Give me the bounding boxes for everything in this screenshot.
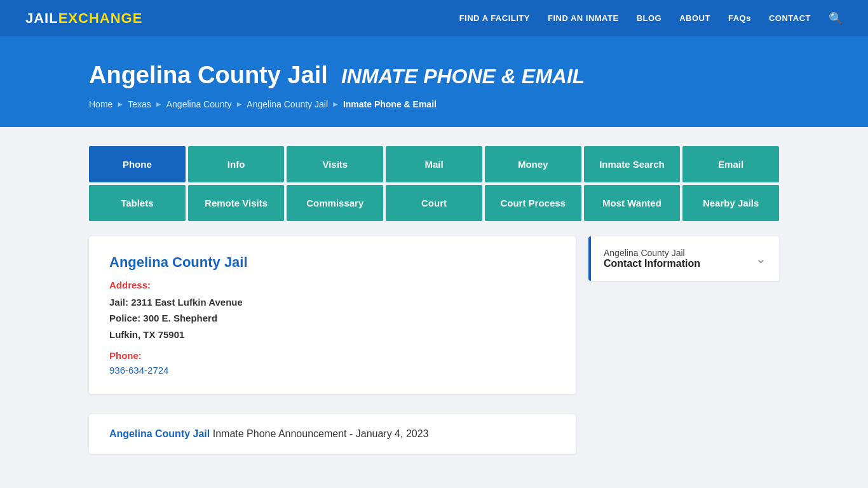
phone-number[interactable]: 936-634-2724 bbox=[109, 365, 168, 376]
sidebar-title-block: Angelina County Jail Contact Information bbox=[604, 248, 700, 269]
tabs-row1: Phone Info Visits Mail Money Inmate Sear… bbox=[89, 146, 779, 182]
breadcrumb-angelina-county[interactable]: Angelina County bbox=[166, 99, 232, 109]
announcement-text: Angelina County Jail Inmate Phone Announ… bbox=[109, 428, 555, 440]
announcement-card: Angelina County Jail Inmate Phone Announ… bbox=[89, 414, 576, 454]
content-area: Angelina County Jail Address: Jail: 2311… bbox=[89, 236, 779, 454]
logo-exchange: EXCHANGE bbox=[58, 10, 143, 26]
search-icon[interactable]: 🔍 bbox=[829, 11, 843, 25]
breadcrumb-texas[interactable]: Texas bbox=[128, 99, 151, 109]
sidebar-section-title: Contact Information bbox=[604, 258, 700, 269]
tab-court-process[interactable]: Court Process bbox=[485, 185, 581, 221]
address-lines: Jail: 2311 East Lufkin Avenue Police: 30… bbox=[109, 294, 555, 343]
tab-inmate-search[interactable]: Inmate Search bbox=[584, 146, 681, 182]
breadcrumb-sep-1: ► bbox=[116, 100, 124, 109]
title-main: Angelina County Jail bbox=[89, 62, 328, 88]
sidebar-header: Angelina County Jail Contact Information… bbox=[588, 236, 779, 281]
breadcrumb: Home ► Texas ► Angelina County ► Angelin… bbox=[89, 99, 779, 109]
nav-find-inmate[interactable]: FIND AN INMATE bbox=[548, 13, 619, 23]
tab-visits[interactable]: Visits bbox=[287, 146, 383, 182]
tab-remote-visits[interactable]: Remote Visits bbox=[188, 185, 285, 221]
main-content: Phone Info Visits Mail Money Inmate Sear… bbox=[0, 127, 868, 473]
nav-faqs[interactable]: FAQs bbox=[728, 13, 751, 23]
address-line-1: Jail: 2311 East Lufkin Avenue bbox=[109, 297, 243, 308]
sidebar-facility-name: Angelina County Jail bbox=[604, 248, 700, 258]
nav-blog[interactable]: BLOG bbox=[637, 13, 662, 23]
main-nav: FIND A FACILITY FIND AN INMATE BLOG ABOU… bbox=[459, 11, 843, 25]
announcement-jail-name: Angelina County Jail bbox=[109, 428, 210, 439]
breadcrumb-sep-4: ► bbox=[332, 100, 339, 109]
breadcrumb-sep-2: ► bbox=[155, 100, 163, 109]
address-label: Address: bbox=[109, 280, 555, 290]
page-title: Angelina County Jail INMATE PHONE & EMAI… bbox=[89, 61, 779, 90]
info-card: Angelina County Jail Address: Jail: 2311… bbox=[89, 236, 576, 395]
site-header: JAILEXCHANGE FIND A FACILITY FIND AN INM… bbox=[0, 0, 868, 38]
tab-court[interactable]: Court bbox=[386, 185, 482, 221]
address-line-3: Lufkin, TX 75901 bbox=[109, 329, 184, 340]
logo[interactable]: JAILEXCHANGE bbox=[25, 10, 142, 27]
nav-contact[interactable]: CONTACT bbox=[769, 13, 811, 23]
title-italic: INMATE PHONE & EMAIL bbox=[341, 65, 585, 88]
tab-nearby-jails[interactable]: Nearby Jails bbox=[682, 185, 779, 221]
phone-label: Phone: bbox=[109, 350, 555, 361]
breadcrumb-sep-3: ► bbox=[235, 100, 243, 109]
sidebar-card: Angelina County Jail Contact Information… bbox=[588, 236, 779, 281]
breadcrumb-home[interactable]: Home bbox=[89, 99, 112, 109]
chevron-down-icon[interactable]: ⌄ bbox=[756, 251, 766, 266]
tab-most-wanted[interactable]: Most Wanted bbox=[584, 185, 681, 221]
hero-section: Angelina County Jail INMATE PHONE & EMAI… bbox=[0, 38, 868, 127]
tab-info[interactable]: Info bbox=[188, 146, 285, 182]
jail-name-title: Angelina County Jail bbox=[109, 254, 555, 271]
nav-find-facility[interactable]: FIND A FACILITY bbox=[459, 13, 530, 23]
address-line-2: Police: 300 E. Shepherd bbox=[109, 313, 217, 323]
tab-commissary[interactable]: Commissary bbox=[287, 185, 383, 221]
tab-phone[interactable]: Phone bbox=[89, 146, 186, 182]
tab-email[interactable]: Email bbox=[682, 146, 779, 182]
logo-jail: JAIL bbox=[25, 10, 58, 26]
tab-money[interactable]: Money bbox=[485, 146, 581, 182]
breadcrumb-current: Inmate Phone & Email bbox=[343, 99, 437, 109]
tab-tablets[interactable]: Tablets bbox=[89, 185, 186, 221]
tabs-row2: Tablets Remote Visits Commissary Court C… bbox=[89, 185, 779, 221]
nav-about[interactable]: ABOUT bbox=[679, 13, 710, 23]
tab-mail[interactable]: Mail bbox=[386, 146, 482, 182]
announcement-body: Inmate Phone Announcement - January 4, 2… bbox=[213, 428, 429, 439]
breadcrumb-jail[interactable]: Angelina County Jail bbox=[247, 99, 328, 109]
